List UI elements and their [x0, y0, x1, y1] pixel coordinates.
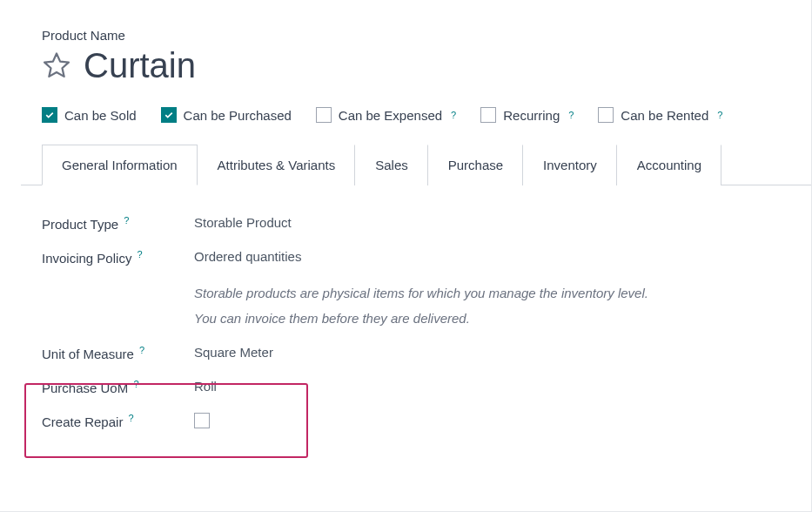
purchase-uom-row: Purchase UoM ? Roll: [42, 370, 790, 404]
tab-bar: General Information Attributes & Variant…: [21, 144, 811, 185]
checkbox-checked-icon[interactable]: [161, 107, 177, 123]
can-be-rented-option[interactable]: Can be Rented ?: [598, 107, 722, 123]
policy-hint-line1: Storable products are physical items for…: [194, 281, 790, 307]
create-repair-checkbox[interactable]: [194, 413, 210, 428]
can-be-sold-label: Can be Sold: [64, 108, 137, 123]
can-be-rented-label: Can be Rented: [621, 108, 708, 123]
favorite-star-icon[interactable]: [42, 51, 71, 80]
recurring-option[interactable]: Recurring ?: [480, 107, 574, 123]
purchase-uom-label: Purchase UoM: [42, 381, 128, 395]
checkbox-unchecked-icon[interactable]: [598, 107, 614, 123]
purchase-uom-value[interactable]: Roll: [194, 379, 217, 394]
tab-purchase[interactable]: Purchase: [428, 145, 523, 185]
help-icon[interactable]: ?: [138, 249, 143, 259]
help-icon[interactable]: ?: [717, 110, 722, 120]
help-icon[interactable]: ?: [451, 110, 456, 120]
product-type-value[interactable]: Storable Product: [194, 215, 292, 230]
policy-hint-line2: You can invoice them before they are del…: [194, 307, 790, 332]
can-be-sold-option[interactable]: Can be Sold: [42, 107, 137, 123]
invoicing-policy-row: Invoicing Policy ? Ordered quantities: [42, 240, 790, 274]
tab-accounting[interactable]: Accounting: [617, 145, 721, 185]
checkbox-checked-icon[interactable]: [42, 107, 57, 123]
unit-of-measure-label: Unit of Measure: [42, 347, 134, 361]
tab-general-information[interactable]: General Information: [42, 145, 198, 185]
help-icon[interactable]: ?: [129, 413, 134, 423]
help-icon[interactable]: ?: [139, 345, 144, 355]
checkbox-unchecked-icon[interactable]: [480, 107, 496, 123]
product-title[interactable]: Curtain: [84, 46, 196, 84]
can-be-purchased-label: Can be Purchased: [184, 108, 292, 123]
product-type-row: Product Type ? Storable Product: [42, 206, 790, 240]
invoicing-policy-label: Invoicing Policy: [42, 251, 131, 266]
product-name-label: Product Name: [42, 28, 790, 43]
unit-of-measure-row: Unit of Measure ? Square Meter: [42, 336, 790, 370]
tab-inventory[interactable]: Inventory: [523, 145, 617, 185]
recurring-label: Recurring: [503, 108, 560, 123]
create-repair-label: Create Repair: [42, 414, 123, 429]
help-icon[interactable]: ?: [133, 379, 138, 389]
help-icon[interactable]: ?: [568, 110, 574, 120]
can-be-purchased-option[interactable]: Can be Purchased: [161, 107, 292, 123]
checkbox-unchecked-icon[interactable]: [316, 107, 332, 123]
tab-sales[interactable]: Sales: [355, 145, 428, 185]
create-repair-row: Create Repair ?: [42, 404, 790, 440]
invoicing-policy-value[interactable]: Ordered quantities: [194, 249, 301, 264]
policy-hint: Storable products are physical items for…: [42, 281, 790, 331]
tab-attributes-variants[interactable]: Attributes & Variants: [198, 145, 356, 185]
can-be-expensed-label: Can be Expensed: [339, 108, 442, 123]
can-be-expensed-option[interactable]: Can be Expensed ?: [316, 107, 456, 123]
product-type-label: Product Type: [42, 217, 118, 232]
unit-of-measure-value[interactable]: Square Meter: [194, 345, 273, 360]
help-icon[interactable]: ?: [124, 215, 129, 226]
